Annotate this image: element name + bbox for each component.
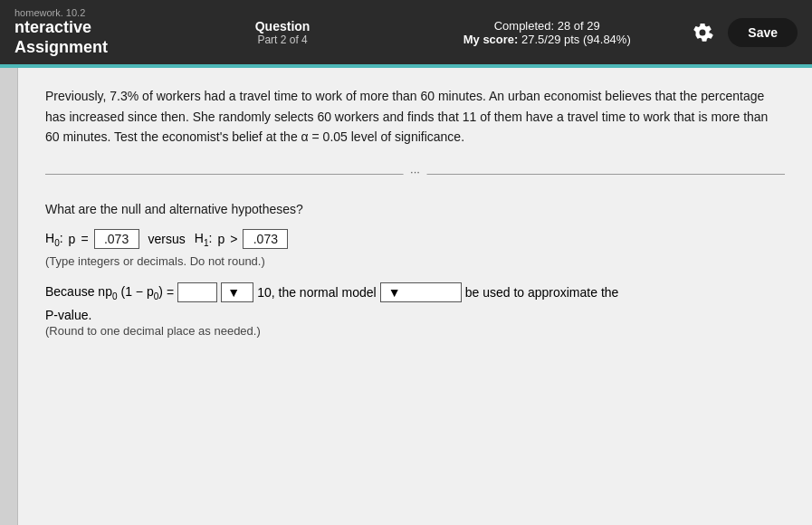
versus-label: versus	[148, 232, 186, 246]
equals-sign: =	[167, 285, 174, 300]
h1-value-box: .073	[243, 229, 288, 249]
p-value-label: P-value.	[45, 308, 785, 322]
score-value: 27.5/29 pts (94.84%)	[521, 33, 631, 46]
score-prefix: My score:	[463, 33, 519, 46]
header-title: nteractive Assignment	[14, 18, 141, 57]
h0-subscript: 0	[54, 238, 60, 248]
problem-text: Previously, 7.3% of workers had a travel…	[45, 86, 785, 147]
header-subtitle: homework. 10.2	[14, 7, 141, 18]
header-center: Question Part 2 of 4	[159, 19, 406, 46]
h0-label: H0:	[45, 231, 63, 248]
part-label: Part 2 of 4	[257, 33, 307, 46]
save-button[interactable]: Save	[728, 18, 798, 47]
left-sidebar	[0, 68, 18, 525]
ellipsis-icon: ···	[403, 165, 427, 178]
paren-open: (1 − p0)	[121, 284, 163, 301]
p0-sub: 0	[154, 291, 159, 301]
h1-label: H1:	[195, 231, 213, 248]
question-section: What are the null and alternative hypoth…	[45, 202, 785, 338]
question-label: Question	[255, 19, 310, 33]
h1-operator: >	[230, 232, 237, 246]
suffix-text: be used to approximate the	[465, 285, 619, 300]
h1-subscript: 1	[204, 238, 209, 248]
header-title-line1: nteractive	[14, 18, 91, 36]
h0-var: p	[69, 232, 76, 246]
dropdown-arrow-2: ▼	[388, 285, 401, 300]
my-score: My score: 27.5/29 pts (94.84%)	[463, 33, 631, 46]
h0-value-box: .073	[94, 229, 139, 249]
main-content: Previously, 7.3% of workers had a travel…	[0, 68, 812, 525]
question-prompt: What are the null and alternative hypoth…	[45, 202, 785, 216]
content-area: Previously, 7.3% of workers had a travel…	[18, 68, 812, 525]
hypotheses-row: H0: p = .073 versus H1: p > .073	[45, 229, 785, 249]
can-cannot-dropdown[interactable]: ▼	[380, 282, 462, 302]
threshold-text: 10, the normal model	[257, 285, 377, 300]
normal-model-row: Because np0 (1 − p0) = ▼ 10, the normal …	[45, 282, 785, 302]
np0-sub: 0	[112, 291, 118, 301]
divider-section: ···	[45, 174, 785, 175]
np0-input[interactable]	[177, 282, 217, 302]
header-left: homework. 10.2 nteractive Assignment	[14, 7, 141, 57]
h1-var: p	[217, 232, 224, 246]
dropdown-arrow-1: ▼	[227, 285, 240, 300]
header-icons: Save	[688, 18, 798, 47]
header-score-section: Completed: 28 of 29 My score: 27.5/29 pt…	[424, 19, 670, 46]
h0-operator: =	[81, 232, 88, 246]
round-hint: (Round to one decimal place as needed.)	[45, 324, 785, 338]
header-title-line2: Assignment	[14, 38, 108, 56]
comparison-dropdown[interactable]: ▼	[221, 282, 253, 302]
hint-text: (Type integers or decimals. Do not round…	[45, 254, 785, 268]
header: homework. 10.2 nteractive Assignment Que…	[0, 0, 812, 64]
completed-label: Completed: 28 of 29	[494, 19, 600, 33]
gear-icon[interactable]	[688, 18, 717, 47]
because-text: Because np0	[45, 284, 118, 301]
